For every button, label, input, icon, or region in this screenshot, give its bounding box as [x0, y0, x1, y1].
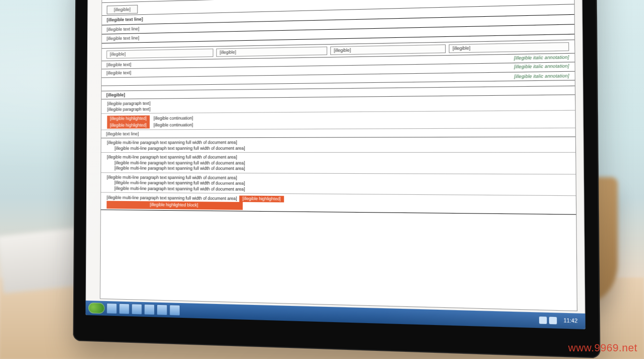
body-paragraph: [illegible multi-line paragraph text spa… — [101, 173, 576, 196]
tray-icon[interactable] — [539, 316, 547, 324]
field-cell[interactable]: [illegible] — [330, 45, 446, 55]
taskbar-app-icon[interactable] — [169, 305, 180, 316]
image-watermark: www.9969.net — [568, 342, 637, 354]
tray-icon[interactable] — [549, 317, 557, 325]
start-button[interactable] — [88, 303, 104, 314]
highlight-span: [illegible highlighted block] — [106, 201, 242, 210]
body-paragraph: [illegible multi-line paragraph text spa… — [101, 137, 575, 153]
annotation-text: [illegible italic annotation] — [514, 64, 569, 70]
body-paragraph: [illegible multi-line paragraph text spa… — [101, 153, 575, 174]
monitor: [illegible toolbar] [illegible toolbar] … — [73, 0, 600, 359]
highlight-span: [illegible highlighted] — [240, 196, 284, 203]
taskbar-app-icon[interactable] — [119, 303, 129, 314]
body-paragraph: [illegible highlighted] [illegible conti… — [101, 111, 575, 130]
document-editor-window: [illegible toolbar] [illegible toolbar] … — [85, 0, 585, 329]
document-page: [illegible toolbar] [illegible toolbar] … — [100, 0, 577, 311]
screen: [illegible toolbar] [illegible toolbar] … — [85, 0, 585, 329]
field-cell[interactable]: [illegible] — [106, 48, 213, 58]
annotation-text: [illegible italic annotation] — [514, 55, 569, 61]
field-cell[interactable]: [illegible] — [449, 42, 569, 53]
taskbar-app-icon[interactable] — [131, 303, 142, 314]
highlight-span: [illegible highlighted] — [107, 122, 150, 129]
section-tag: [illegible] — [107, 5, 138, 14]
taskbar-app-icon[interactable] — [157, 304, 167, 315]
body-paragraph: [illegible multi-line paragraph text spa… — [101, 192, 576, 214]
highlight-span: [illegible highlighted] — [107, 115, 150, 122]
taskbar-clock[interactable]: 11:42 — [559, 317, 582, 325]
field-cell[interactable]: [illegible] — [216, 46, 327, 57]
taskbar-app-icon[interactable] — [144, 304, 155, 315]
taskbar-app-icon[interactable] — [106, 303, 117, 314]
